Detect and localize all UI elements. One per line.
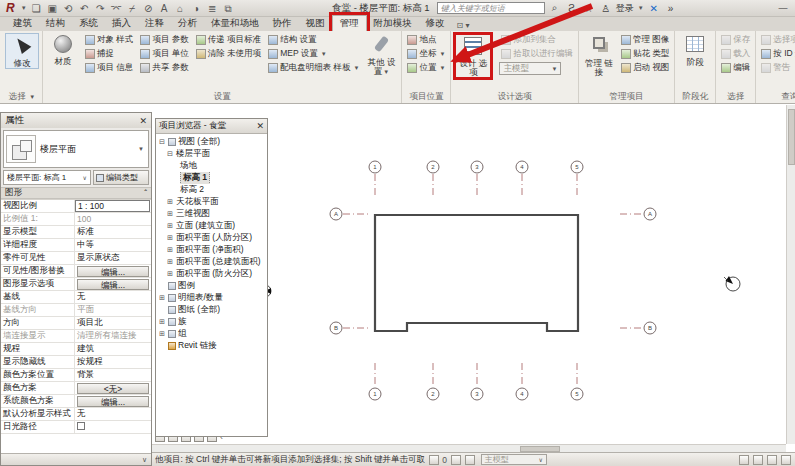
worksharing-icon[interactable] xyxy=(429,455,439,465)
property-row[interactable]: 显示模型标准 xyxy=(1,226,151,239)
tree-item-level-2[interactable]: 标高 2 xyxy=(156,184,267,196)
property-row[interactable]: 方向项目北 xyxy=(1,317,151,330)
starting-view-button[interactable]: 启动 视图 xyxy=(619,61,671,75)
close-icon[interactable]: ✕ xyxy=(256,121,264,131)
visibility-graphics-edit-button[interactable]: 编辑... xyxy=(77,266,149,277)
tag-icon[interactable]: ⊘ xyxy=(142,1,155,16)
sign-in-link[interactable]: 登录 xyxy=(616,2,634,15)
close-icon[interactable]: ✕ xyxy=(139,116,147,126)
tab-annotate[interactable]: 注释 xyxy=(138,16,171,31)
measure-icon[interactable]: ⌤ xyxy=(110,1,123,16)
properties-header[interactable]: 属性 ✕ xyxy=(1,113,151,128)
location-button[interactable]: 地点 xyxy=(405,33,447,47)
type-selector-chevron-icon[interactable]: ▼ xyxy=(138,146,144,152)
property-row[interactable]: 可见性/图形替换编辑... xyxy=(1,265,151,278)
tree-item-3d-views[interactable]: ⊞三维视图 xyxy=(156,208,267,220)
switch-windows-icon[interactable]: ⧉ xyxy=(222,1,235,16)
project-browser-header[interactable]: 项目浏览器 - 食堂 ✕ xyxy=(156,119,267,134)
transfer-project-standards-button[interactable]: 传递 项目标准 xyxy=(194,33,263,47)
vertical-scrollbar[interactable] xyxy=(786,105,795,444)
save-icon[interactable]: ▣ xyxy=(46,1,59,16)
property-row[interactable]: 颜色方案位置背景 xyxy=(1,369,151,382)
tab-systems[interactable]: 系统 xyxy=(72,16,105,31)
tab-analyze[interactable]: 分析 xyxy=(171,16,204,31)
tree-item-floor-plans[interactable]: ⊟楼层平面 xyxy=(156,148,267,160)
select-pinned-icon[interactable] xyxy=(767,455,777,465)
tab-insert[interactable]: 插入 xyxy=(105,16,138,31)
tree-item-area-plan-civil-defense[interactable]: ⊞面积平面 (人防分区) xyxy=(156,232,267,244)
tab-architecture[interactable]: 建筑 xyxy=(6,16,39,31)
ribbon-display-toggle-icon[interactable]: ⊡ ▾ xyxy=(452,20,475,31)
tree-item-site[interactable]: 场地 xyxy=(156,160,267,172)
project-parameters-button[interactable]: 项目 参数 xyxy=(138,33,190,47)
panel-label-select[interactable]: 选择 ▼ xyxy=(2,91,42,103)
exchange-apps-icon[interactable]: ✕ xyxy=(647,3,661,14)
property-row[interactable]: 墙连接显示清理所有墙连接 xyxy=(1,330,151,343)
snaps-button[interactable]: 捕捉 xyxy=(83,47,135,61)
tab-massing-site[interactable]: 体量和场地 xyxy=(204,16,266,31)
tab-collaborate[interactable]: 协作 xyxy=(266,16,299,31)
open-icon[interactable]: ❏ xyxy=(30,1,43,16)
properties-help-expander[interactable]: ∨ xyxy=(1,453,151,465)
app-menu-chevron-icon[interactable]: ▼ xyxy=(21,5,27,11)
sync-icon[interactable]: ⟲ xyxy=(62,1,75,16)
section-icon[interactable]: ◑ xyxy=(190,1,203,16)
tree-item-families[interactable]: ⊞族 xyxy=(156,316,267,328)
decal-types-button[interactable]: 贴花 类型 xyxy=(619,47,671,61)
edit-linked-icon[interactable] xyxy=(753,455,763,465)
property-row[interactable]: 零件可见性显示原状态 xyxy=(1,252,151,265)
tab-manage[interactable]: 管理 xyxy=(332,15,367,31)
tree-item-sheets[interactable]: 图纸 (全部) xyxy=(156,304,267,316)
project-units-button[interactable]: 项目 单位 xyxy=(138,47,190,61)
property-row[interactable]: 系统颜色方案编辑... xyxy=(1,395,151,408)
revit-app-button[interactable]: R xyxy=(4,1,17,15)
color-scheme-button[interactable]: <无> xyxy=(77,383,149,394)
object-styles-button[interactable]: 对象 样式 xyxy=(83,33,135,47)
selection-edit-button[interactable]: 编辑 xyxy=(719,61,752,75)
graphic-display-edit-button[interactable]: 编辑... xyxy=(77,279,149,290)
additional-settings-button[interactable]: 其他 设置▼ xyxy=(364,33,398,76)
purge-unused-button[interactable]: 清除 未使用项 xyxy=(194,47,263,61)
modify-button[interactable]: 修改 xyxy=(5,33,39,69)
text-icon[interactable]: A xyxy=(158,1,171,16)
tab-addins[interactable]: 附加模块 xyxy=(367,16,419,31)
property-row[interactable]: 比例值 1:100 xyxy=(1,213,151,226)
sun-path-checkbox[interactable] xyxy=(77,422,85,430)
tree-item-views[interactable]: ⊟视图 (全部) xyxy=(156,136,267,148)
editable-only-icon[interactable] xyxy=(451,455,461,465)
tree-item-groups[interactable]: ⊞组 xyxy=(156,328,267,340)
grid-lines[interactable] xyxy=(343,174,644,387)
property-row[interactable]: 日光路径 xyxy=(1,421,151,434)
graphics-section-header[interactable]: 图形 ˆ xyxy=(1,187,151,199)
building-walls[interactable] xyxy=(375,215,578,331)
manage-links-button[interactable]: 管理 链接 xyxy=(582,33,616,77)
mep-settings-button[interactable]: MEP 设置▼ xyxy=(266,47,361,61)
property-row[interactable]: 基线无 xyxy=(1,291,151,304)
tree-item-area-plan-gross[interactable]: ⊞面积平面 (总建筑面积) xyxy=(156,256,267,268)
tree-item-elevations[interactable]: ⊞立面 (建筑立面) xyxy=(156,220,267,232)
favorites-star-icon[interactable]: ☆ xyxy=(582,3,596,14)
window-minimize-button[interactable]: — xyxy=(775,3,791,13)
property-row[interactable]: 视图比例1 : 100 xyxy=(1,200,151,213)
project-info-button[interactable]: 项目 信息 xyxy=(83,61,135,75)
panel-schedule-templates-button[interactable]: 配电盘明细表 样板▼ xyxy=(266,61,361,75)
tree-item-level-1[interactable]: 标高 1 xyxy=(156,172,267,184)
undo-icon[interactable]: ↶ xyxy=(78,1,91,16)
manage-images-button[interactable]: 管理 图像 xyxy=(619,33,671,47)
filter-icon[interactable] xyxy=(781,455,791,465)
property-row[interactable]: 详细程度中等 xyxy=(1,239,151,252)
grid-bubbles[interactable] xyxy=(330,161,656,400)
exclude-options-icon[interactable] xyxy=(739,455,749,465)
sign-in-chevron-icon[interactable]: ▼ xyxy=(638,5,644,11)
shared-parameters-button[interactable]: 共享 参数 xyxy=(138,61,190,75)
edit-type-button[interactable]: 编辑类型 xyxy=(93,170,149,185)
thin-lines-icon[interactable]: ≣ xyxy=(206,1,219,16)
search-icon[interactable]: ⌕ xyxy=(548,2,562,14)
collapse-section-icon[interactable]: ˆ xyxy=(144,188,147,198)
design-option-pick-icon[interactable] xyxy=(465,455,475,465)
tree-item-legends[interactable]: 图例 xyxy=(156,280,267,292)
position-button[interactable]: 位置▼ xyxy=(405,61,447,75)
design-options-button[interactable]: 设计 选项 xyxy=(456,35,490,77)
horizontal-scrollbar[interactable] xyxy=(152,444,786,452)
materials-button[interactable]: 材质 xyxy=(46,33,80,66)
